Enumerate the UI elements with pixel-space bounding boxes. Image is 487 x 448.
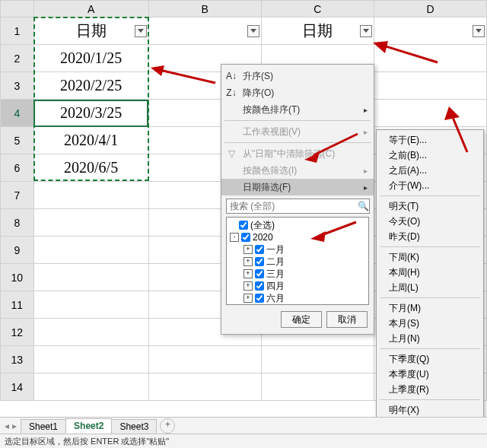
cell-A7[interactable] bbox=[33, 182, 148, 209]
cell-A4[interactable]: 2020/3/25 bbox=[33, 100, 148, 127]
row-header[interactable]: 13 bbox=[1, 346, 34, 373]
filter-menu: A↓升序(S) Z↓降序(O) 按颜色排序(T)▸ 工作表视图(V)▸ ▽从"日… bbox=[221, 64, 374, 335]
cell-D4[interactable] bbox=[374, 100, 486, 127]
date-filter-option[interactable]: 昨天(D) bbox=[377, 229, 483, 244]
cell-A8[interactable] bbox=[33, 209, 148, 237]
tree-check-month[interactable] bbox=[255, 269, 264, 278]
date-filter-option[interactable]: 下周(K) bbox=[377, 249, 483, 265]
tree-toggle[interactable]: - bbox=[230, 233, 239, 242]
row-header[interactable]: 5 bbox=[1, 127, 34, 154]
date-filter-option[interactable]: 下季度(Q) bbox=[377, 351, 483, 367]
tree-toggle[interactable]: + bbox=[244, 281, 253, 291]
date-filter-option[interactable]: 本季度(U) bbox=[377, 367, 483, 382]
cell-A3[interactable]: 2020/2/25 bbox=[33, 72, 148, 100]
row-header[interactable]: 3 bbox=[1, 72, 34, 100]
filter-dropdown-icon[interactable] bbox=[473, 25, 485, 37]
svg-marker-2 bbox=[363, 29, 369, 33]
filter-by-color: 按颜色筛选(I)▸ bbox=[221, 162, 374, 179]
tree-check-month[interactable] bbox=[255, 257, 264, 266]
cell-B1[interactable] bbox=[148, 17, 261, 45]
cell-C13[interactable] bbox=[261, 346, 374, 373]
date-filter-option[interactable]: 明天(T) bbox=[377, 199, 483, 214]
cancel-button[interactable]: 取消 bbox=[326, 311, 368, 328]
date-filter-submenu: 等于(E)...之前(B)...之后(A)...介于(W)...明天(T)今天(… bbox=[376, 129, 484, 448]
sort-by-color[interactable]: 按颜色排序(T)▸ bbox=[221, 101, 374, 118]
cell-D3[interactable] bbox=[374, 72, 486, 100]
cell-C1[interactable]: 日期 bbox=[261, 17, 374, 45]
sheet-view: 工作表视图(V)▸ bbox=[221, 123, 374, 140]
cell-A5[interactable]: 2020/4/1 bbox=[33, 127, 148, 154]
tree-toggle[interactable]: + bbox=[244, 245, 253, 254]
row-header[interactable]: 12 bbox=[1, 319, 34, 346]
row-header[interactable]: 10 bbox=[1, 264, 34, 291]
select-all-corner[interactable] bbox=[1, 1, 34, 17]
row-header[interactable]: 4 bbox=[1, 100, 34, 127]
tab-sheet3[interactable]: Sheet3 bbox=[111, 419, 157, 434]
cell-C14[interactable] bbox=[261, 373, 374, 401]
col-header-D[interactable]: D bbox=[374, 1, 486, 17]
tree-toggle[interactable]: + bbox=[244, 269, 253, 278]
date-filter-option[interactable]: 上月(N) bbox=[377, 331, 483, 346]
cell-A2[interactable]: 2020/1/25 bbox=[33, 45, 148, 72]
filter-dropdown-icon[interactable] bbox=[247, 25, 259, 37]
tree-check-all[interactable] bbox=[239, 221, 248, 230]
cell-A13[interactable] bbox=[33, 346, 148, 373]
add-sheet-button[interactable]: + bbox=[160, 418, 175, 434]
cell-A12[interactable] bbox=[33, 319, 148, 346]
filter-dropdown-icon[interactable] bbox=[360, 25, 372, 37]
tree-check-year[interactable] bbox=[241, 233, 250, 242]
tab-sheet2[interactable]: Sheet2 bbox=[65, 418, 112, 434]
date-filter-option[interactable]: 上季度(R) bbox=[377, 382, 483, 397]
date-filter[interactable]: 日期筛选(F)▸ bbox=[221, 179, 374, 195]
date-filter-option[interactable]: 上周(L) bbox=[377, 280, 483, 295]
tab-sheet1[interactable]: Sheet1 bbox=[21, 419, 66, 434]
cell-A9[interactable] bbox=[33, 237, 148, 264]
col-header-B[interactable]: B bbox=[148, 1, 261, 17]
date-filter-option[interactable]: 今天(O) bbox=[377, 214, 483, 229]
row-header[interactable]: 8 bbox=[1, 209, 34, 237]
cell-B14[interactable] bbox=[148, 373, 261, 401]
svg-marker-0 bbox=[138, 29, 144, 33]
svg-marker-1 bbox=[250, 29, 256, 33]
date-filter-option[interactable]: 之前(B)... bbox=[377, 148, 483, 163]
date-filter-option[interactable]: 本周(H) bbox=[377, 265, 483, 280]
filter-search-input[interactable] bbox=[226, 199, 370, 214]
filter-dropdown-icon[interactable] bbox=[135, 25, 147, 37]
search-icon: 🔍 bbox=[358, 201, 369, 211]
row-header[interactable]: 1 bbox=[1, 17, 34, 45]
tree-toggle[interactable]: + bbox=[244, 294, 253, 303]
sort-desc[interactable]: Z↓降序(O) bbox=[221, 84, 374, 101]
row-header[interactable]: 9 bbox=[1, 237, 34, 264]
cell-D1[interactable] bbox=[374, 17, 486, 45]
col-header-C[interactable]: C bbox=[261, 1, 374, 17]
tree-check-month[interactable] bbox=[255, 294, 264, 303]
cell-B13[interactable] bbox=[148, 346, 261, 373]
cell-A6[interactable]: 2020/6/5 bbox=[33, 154, 148, 182]
date-filter-option[interactable]: 之后(A)... bbox=[377, 163, 483, 178]
ok-button[interactable]: 确定 bbox=[281, 311, 322, 328]
cell-A11[interactable] bbox=[33, 291, 148, 319]
cell-A1[interactable]: 日期 bbox=[33, 17, 148, 45]
svg-marker-3 bbox=[476, 29, 482, 33]
row-header[interactable]: 7 bbox=[1, 182, 34, 209]
date-filter-option[interactable]: 明年(X) bbox=[377, 402, 483, 418]
filter-tree[interactable]: (全选)-2020+一月+二月+三月+四月+六月 bbox=[226, 217, 369, 305]
date-filter-option[interactable]: 本月(S) bbox=[377, 316, 483, 331]
date-filter-option[interactable]: 介于(W)... bbox=[377, 178, 483, 193]
date-filter-option[interactable]: 等于(E)... bbox=[377, 132, 483, 148]
row-header[interactable]: 6 bbox=[1, 154, 34, 182]
row-header[interactable]: 14 bbox=[1, 373, 34, 401]
tab-nav[interactable]: ◂▸ bbox=[0, 421, 21, 431]
tree-toggle[interactable]: + bbox=[244, 257, 253, 266]
clear-filter: ▽从"日期"中清除筛选(C) bbox=[221, 145, 374, 162]
cell-A14[interactable] bbox=[33, 373, 148, 401]
tree-check-month[interactable] bbox=[255, 245, 264, 254]
row-header[interactable]: 11 bbox=[1, 291, 34, 319]
row-header[interactable]: 2 bbox=[1, 45, 34, 72]
tree-check-month[interactable] bbox=[255, 281, 264, 291]
cell-A10[interactable] bbox=[33, 264, 148, 291]
cell-D2[interactable] bbox=[374, 45, 486, 72]
date-filter-option[interactable]: 下月(M) bbox=[377, 300, 483, 316]
sort-asc[interactable]: A↓升序(S) bbox=[221, 68, 374, 84]
col-header-A[interactable]: A bbox=[33, 1, 148, 17]
